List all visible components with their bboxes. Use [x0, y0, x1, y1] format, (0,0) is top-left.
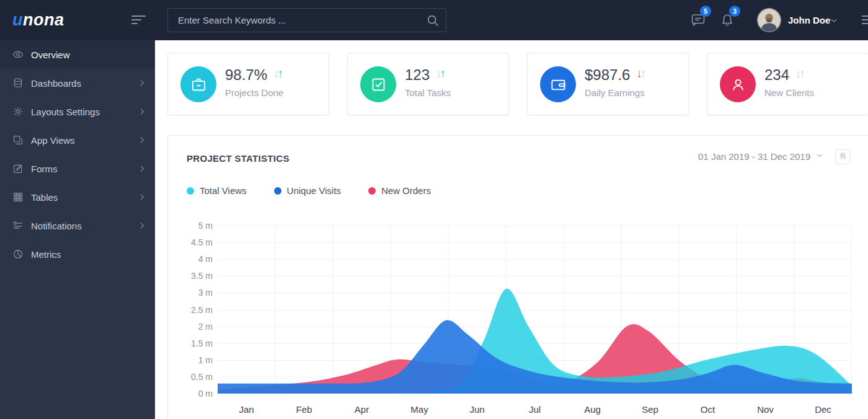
gear-icon — [12, 106, 24, 117]
trend-arrows-icon: ↓↑ — [273, 67, 281, 81]
search-input[interactable] — [168, 9, 446, 32]
user-menu-chevron-icon[interactable] — [829, 15, 839, 28]
stat-card-new-clients: 234↓↑New Clients — [707, 53, 868, 115]
arrow-up-icon: ↑ — [440, 67, 445, 80]
stat-value: 123 — [405, 66, 430, 84]
y-axis-tick: 1 m — [168, 354, 213, 366]
search-icon[interactable] — [426, 14, 440, 30]
y-axis-tick: 1.5 m — [168, 337, 213, 350]
notifications-button[interactable]: 3 — [720, 12, 735, 30]
user-icon — [720, 66, 756, 102]
search-box — [167, 8, 446, 32]
trend-arrows-icon: ↓↑ — [436, 67, 444, 81]
briefcase-icon — [180, 66, 216, 102]
list-icon — [12, 220, 24, 231]
stat-card-daily-earnings: $987.6↓↑Daily Earnings — [527, 53, 689, 115]
y-axis-tick: 4.5 m — [168, 236, 213, 249]
legend-item-new-orders[interactable]: New Orders — [368, 185, 431, 196]
edit-icon — [12, 163, 24, 174]
y-axis-tick: 2 m — [168, 320, 213, 333]
stat-value: 98.7% — [225, 66, 267, 84]
arrow-up-icon: ↑ — [278, 67, 282, 80]
stat-value: 234 — [764, 66, 789, 84]
sidebar-item-notifications[interactable]: Notifications — [0, 211, 155, 240]
database-icon — [12, 77, 24, 89]
legend-dot — [187, 187, 194, 195]
arrow-up-icon: ↑ — [800, 67, 804, 80]
sidebar-item-label: Layouts Settings — [31, 107, 100, 117]
chevron-right-icon — [138, 136, 146, 144]
messages-button[interactable]: 5 — [691, 12, 706, 30]
legend-label: Total Views — [200, 185, 247, 196]
project-statistics-chart — [218, 226, 852, 394]
x-axis-label: Jul — [510, 404, 560, 416]
x-axis-label: Nov — [741, 404, 790, 416]
chevron-right-icon — [138, 193, 146, 201]
stat-card-total-tasks: 123↓↑Total Tasks — [347, 53, 509, 115]
sidebar-item-dashboards[interactable]: Dashboards — [0, 69, 155, 97]
x-axis-label: Oct — [683, 404, 733, 416]
logo-accent-letter: u — [12, 11, 23, 30]
sidebar-item-tables[interactable]: Tables — [0, 183, 155, 211]
y-axis-tick: 0.5 m — [168, 371, 213, 383]
stat-card-projects-done: 98.7%↓↑Projects Done — [167, 53, 329, 115]
sidebar-item-layouts-settings[interactable]: Layouts Settings — [0, 97, 155, 126]
legend-item-unique-visits[interactable]: Unique Visits — [274, 185, 341, 196]
sidebar: OverviewDashboardsLayouts SettingsApp Vi… — [0, 40, 155, 419]
legend-dot — [274, 187, 281, 195]
legend-label: Unique Visits — [287, 185, 341, 196]
chevron-right-icon — [138, 79, 146, 87]
filter-button[interactable] — [835, 149, 850, 164]
sidebar-item-label: Notifications — [31, 221, 82, 231]
sliders-icon — [838, 151, 848, 163]
messages-badge: 5 — [700, 6, 711, 17]
grid-icon — [12, 192, 24, 203]
x-axis-label: Sep — [626, 404, 675, 416]
sidebar-item-metrics[interactable]: Metrics — [0, 240, 155, 268]
chevron-down-icon — [815, 151, 824, 162]
y-axis-tick: 2.5 m — [168, 304, 213, 316]
stat-label: Projects Done — [225, 87, 283, 98]
y-axis-tick: 0 m — [168, 387, 213, 400]
check-square-icon — [360, 66, 396, 102]
legend-item-total-views[interactable]: Total Views — [187, 185, 247, 196]
legend-dot — [368, 187, 376, 195]
chart-legend: Total ViewsUnique VisitsNew Orders — [187, 185, 431, 196]
notifications-badge: 3 — [729, 6, 740, 17]
sidebar-item-label: Metrics — [31, 249, 61, 260]
settings-toggle-icon[interactable] — [862, 15, 868, 24]
sidebar-item-overview[interactable]: Overview — [0, 40, 155, 69]
user-avatar[interactable] — [758, 9, 781, 32]
eye-icon — [12, 49, 24, 60]
x-axis-label: Aug — [568, 404, 618, 416]
user-name[interactable]: John Doe — [788, 0, 830, 40]
y-axis-tick: 3.5 m — [168, 270, 213, 282]
wallet-icon — [540, 66, 576, 102]
sidebar-item-label: Dashboards — [31, 78, 81, 89]
sidebar-item-label: App Views — [31, 135, 75, 146]
logo-rest: nona — [23, 11, 64, 30]
sidebar-item-forms[interactable]: Forms — [0, 154, 155, 183]
avatar-photo — [758, 9, 781, 32]
app-logo[interactable]: unona — [12, 0, 64, 40]
windows-icon — [12, 135, 24, 146]
stat-label: Total Tasks — [405, 87, 451, 98]
chevron-right-icon — [138, 164, 146, 173]
y-axis-tick: 5 m — [168, 219, 213, 232]
chat-bubble-icon — [691, 19, 706, 29]
x-axis-label: Jun — [453, 404, 502, 416]
chevron-right-icon — [138, 107, 146, 116]
arrow-up-icon: ↑ — [640, 67, 645, 80]
date-range-value: 01 Jan 2019 - 31 Dec 2019 — [698, 151, 810, 162]
sidebar-nav: OverviewDashboardsLayouts SettingsApp Vi… — [0, 40, 155, 268]
x-axis-label: Apr — [337, 404, 387, 416]
sidebar-item-app-views[interactable]: App Views — [0, 126, 155, 154]
x-axis-label: Jan — [222, 404, 272, 416]
bell-icon — [720, 19, 735, 29]
stat-label: Daily Earnings — [585, 87, 645, 98]
legend-label: New Orders — [381, 185, 431, 196]
sidebar-toggle-icon[interactable] — [131, 15, 146, 24]
stat-label: New Clients — [764, 87, 814, 98]
date-range-selector[interactable]: 01 Jan 2019 - 31 Dec 2019 — [698, 151, 824, 162]
chevron-right-icon — [138, 221, 146, 230]
